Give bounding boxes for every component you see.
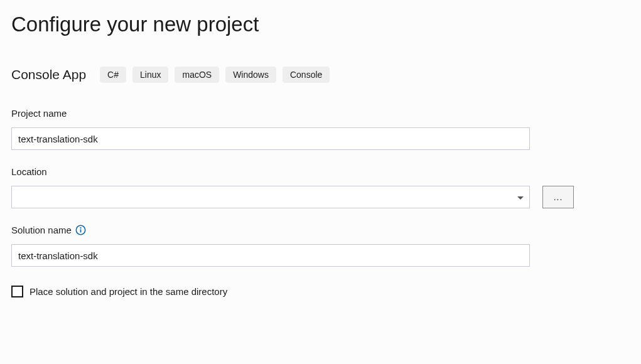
template-row: Console App C# Linux macOS Windows Conso… [11,67,628,83]
page-title: Configure your new project [11,13,628,36]
browse-button[interactable]: ... [542,186,574,208]
tag-windows: Windows [225,67,276,83]
solution-name-input[interactable] [11,244,530,267]
tag-linux: Linux [132,67,168,83]
info-icon[interactable] [75,225,86,235]
template-name: Console App [11,67,86,82]
same-directory-checkbox[interactable] [11,286,23,297]
solution-name-group: Solution name [11,225,628,267]
svg-rect-2 [80,229,82,232]
tag-console: Console [283,67,330,83]
project-name-group: Project name [11,108,628,150]
solution-name-label: Solution name [11,225,72,235]
svg-point-1 [80,227,81,228]
template-tags: C# Linux macOS Windows Console [100,67,330,83]
same-directory-label[interactable]: Place solution and project in the same d… [30,286,227,297]
project-name-input[interactable] [11,127,530,150]
tag-csharp: C# [100,67,126,83]
same-directory-row: Place solution and project in the same d… [11,286,628,297]
tag-macos: macOS [175,67,219,83]
location-input[interactable] [11,186,530,208]
location-group: Location ... [11,166,628,208]
location-combo[interactable] [11,186,530,208]
solution-name-label-row: Solution name [11,225,628,235]
project-name-label: Project name [11,108,628,119]
location-label: Location [11,166,628,177]
